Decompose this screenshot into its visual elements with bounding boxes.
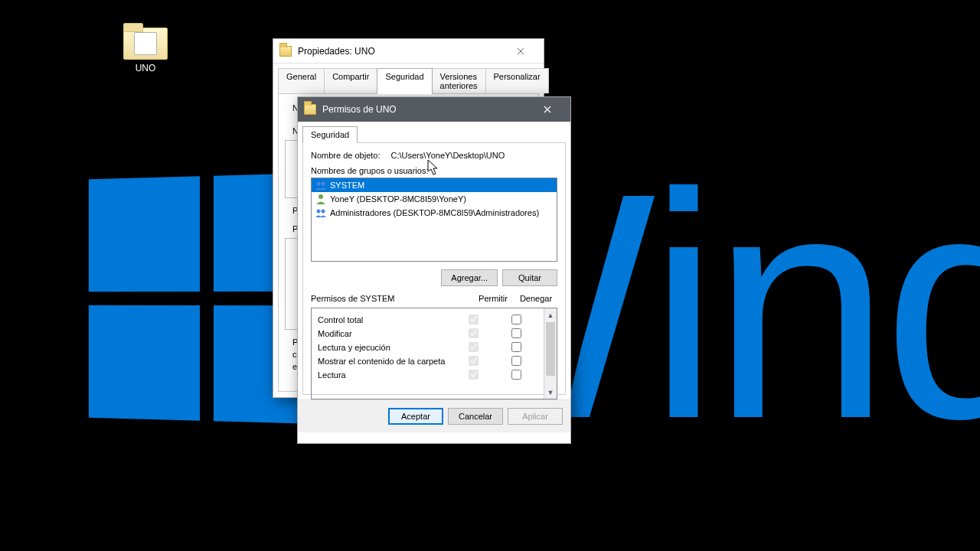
permission-row: Lectura [318, 368, 537, 382]
permission-name: Lectura [318, 370, 452, 380]
svg-point-3 [317, 210, 321, 214]
properties-title: Propiedades: UNO [298, 46, 504, 57]
permission-row: Lectura y ejecución [318, 341, 537, 354]
permission-name: Modificar [318, 329, 452, 338]
permission-row: Mostrar el contenido de la carpeta [318, 354, 537, 368]
allow-checkbox[interactable] [469, 370, 479, 380]
folder-icon [279, 46, 292, 57]
permissions-titlebar[interactable]: Permisos de UNO [298, 97, 570, 122]
dialog-button-row: Aceptar Cancelar Aplicar [298, 399, 570, 432]
deny-column-header: Denegar [514, 294, 557, 303]
properties-titlebar[interactable]: Propiedades: UNO [273, 39, 544, 64]
users-listbox[interactable]: SYSTEMYoneY (DESKTOP-8MC8I59\YoneY)Admin… [311, 178, 557, 262]
deny-checkbox[interactable] [511, 356, 521, 366]
svg-point-1 [322, 182, 325, 186]
scroll-down-arrow-icon[interactable]: ▼ [544, 386, 557, 399]
permissions-window[interactable]: Permisos de UNO Seguridad Nombre de obje… [297, 96, 571, 444]
permission-name: Mostrar el contenido de la carpeta [318, 357, 452, 366]
allow-checkbox[interactable] [469, 315, 479, 324]
user-list-item[interactable]: YoneY (DESKTOP-8MC8I59\YoneY) [312, 192, 557, 206]
permission-row: Modificar [318, 327, 537, 341]
allow-checkbox[interactable] [469, 328, 479, 338]
tab-seguridad[interactable]: Seguridad [302, 126, 358, 142]
remove-button[interactable]: Quitar [502, 269, 557, 286]
scroll-up-arrow-icon[interactable]: ▲ [544, 308, 557, 321]
desktop-folder-label: UNO [115, 63, 176, 73]
allow-checkbox[interactable] [469, 342, 479, 352]
apply-button[interactable]: Aplicar [508, 408, 563, 425]
allow-checkbox[interactable] [469, 356, 479, 366]
user-list-item-label: YoneY (DESKTOP-8MC8I59\YoneY) [330, 194, 466, 204]
permissions-panel: Nombre de objeto: C:\Users\YoneY\Desktop… [302, 142, 566, 395]
svg-point-4 [322, 210, 325, 214]
permission-row: Control total [318, 313, 537, 327]
scrollbar[interactable]: ▲ ▼ [544, 308, 557, 399]
user-icon [315, 193, 327, 205]
permissions-for-label: Permisos de SYSTEM [311, 294, 472, 303]
properties-tabstrip: General Compartir Seguridad Versiones an… [273, 64, 544, 93]
permissions-title: Permisos de UNO [322, 104, 531, 115]
ok-button[interactable]: Aceptar [388, 408, 443, 425]
tab-compartir[interactable]: Compartir [324, 68, 377, 93]
allow-column-header: Permitir [472, 294, 514, 303]
svg-point-2 [318, 194, 323, 199]
user-list-item-label: SYSTEM [330, 181, 364, 190]
deny-checkbox[interactable] [511, 370, 521, 380]
tab-versiones[interactable]: Versiones anteriores [432, 68, 486, 93]
permissions-tabstrip: Seguridad [298, 122, 570, 142]
deny-checkbox[interactable] [511, 342, 521, 352]
scroll-thumb[interactable] [546, 322, 555, 376]
groups-users-label: Nombres de grupos o usuarios: [311, 166, 557, 175]
svg-point-0 [317, 182, 321, 186]
permissions-table: Control totalModificarLectura y ejecució… [311, 308, 557, 399]
add-button[interactable]: Agregar... [441, 269, 498, 286]
group-icon [315, 179, 327, 191]
permission-name: Control total [318, 315, 452, 324]
folder-icon [123, 23, 168, 60]
user-list-item[interactable]: Administradores (DESKTOP-8MC8I59\Adminis… [312, 206, 557, 220]
object-name-label: Nombre de objeto: [311, 151, 381, 160]
deny-checkbox[interactable] [511, 328, 521, 338]
tab-seguridad[interactable]: Seguridad [377, 68, 432, 93]
tab-general[interactable]: General [278, 68, 325, 93]
group-icon [315, 207, 327, 219]
close-icon[interactable] [504, 40, 537, 63]
user-list-item-label: Administradores (DESKTOP-8MC8I59\Adminis… [330, 208, 539, 217]
close-icon[interactable] [531, 98, 564, 121]
user-list-item[interactable]: SYSTEM [312, 178, 557, 192]
folder-icon [304, 104, 316, 115]
tab-personalizar[interactable]: Personalizar [485, 68, 549, 93]
desktop-folder-uno[interactable]: UNO [115, 23, 176, 73]
object-path-value: C:\Users\YoneY\Desktop\UNO [391, 151, 505, 160]
permission-name: Lectura y ejecución [318, 343, 452, 352]
deny-checkbox[interactable] [511, 315, 521, 324]
cancel-button[interactable]: Cancelar [448, 408, 503, 425]
